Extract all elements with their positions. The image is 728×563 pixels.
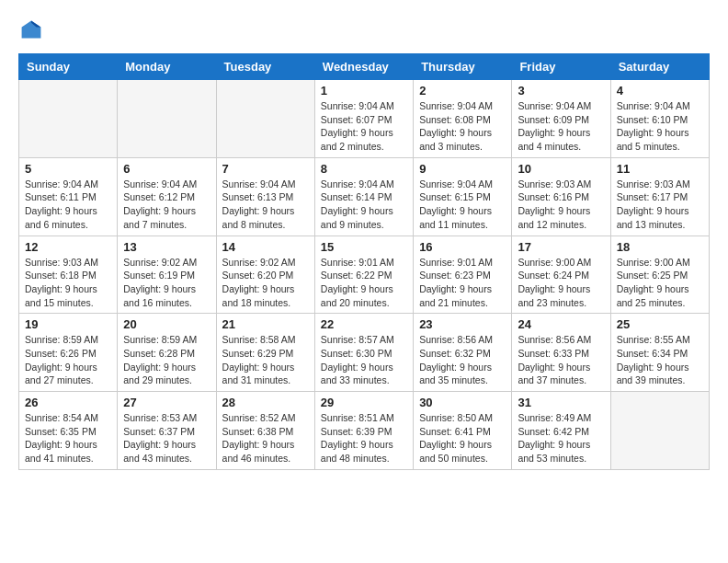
day-number: 2 [419, 84, 506, 98]
day-number: 15 [321, 240, 407, 254]
calendar-day-cell: 24Sunrise: 8:56 AM Sunset: 6:33 PM Dayli… [512, 314, 610, 392]
calendar-header-row: SundayMondayTuesdayWednesdayThursdayFrid… [19, 54, 710, 80]
calendar-day-cell [118, 80, 216, 158]
calendar-day-cell: 12Sunrise: 9:03 AM Sunset: 6:18 PM Dayli… [19, 236, 118, 314]
calendar-day-cell: 20Sunrise: 8:59 AM Sunset: 6:28 PM Dayli… [118, 314, 216, 392]
day-info: Sunrise: 9:04 AM Sunset: 6:12 PM Dayligh… [123, 178, 210, 232]
weekday-header: Thursday [414, 54, 512, 80]
day-info: Sunrise: 8:56 AM Sunset: 6:32 PM Dayligh… [419, 333, 506, 387]
day-number: 13 [123, 240, 210, 254]
calendar-week-row: 26Sunrise: 8:54 AM Sunset: 6:35 PM Dayli… [19, 392, 710, 470]
day-number: 31 [518, 396, 604, 409]
calendar-day-cell: 26Sunrise: 8:54 AM Sunset: 6:35 PM Dayli… [19, 392, 118, 470]
day-number: 20 [123, 317, 210, 331]
weekday-header: Wednesday [314, 54, 413, 80]
calendar-day-cell: 11Sunrise: 9:03 AM Sunset: 6:17 PM Dayli… [610, 157, 709, 236]
day-info: Sunrise: 9:03 AM Sunset: 6:17 PM Dayligh… [617, 178, 703, 232]
day-info: Sunrise: 9:02 AM Sunset: 6:20 PM Dayligh… [222, 256, 309, 310]
calendar-day-cell [610, 392, 709, 470]
calendar-day-cell: 22Sunrise: 8:57 AM Sunset: 6:30 PM Dayli… [314, 314, 413, 392]
day-info: Sunrise: 8:52 AM Sunset: 6:38 PM Dayligh… [222, 411, 309, 465]
day-info: Sunrise: 8:57 AM Sunset: 6:30 PM Dayligh… [321, 333, 407, 387]
calendar-day-cell: 28Sunrise: 8:52 AM Sunset: 6:38 PM Dayli… [216, 392, 314, 470]
day-info: Sunrise: 9:03 AM Sunset: 6:18 PM Dayligh… [25, 256, 111, 310]
day-info: Sunrise: 8:50 AM Sunset: 6:41 PM Dayligh… [419, 411, 506, 465]
day-number: 21 [222, 317, 309, 331]
day-number: 6 [123, 162, 210, 176]
day-number: 16 [419, 240, 506, 254]
day-number: 7 [222, 162, 309, 176]
day-info: Sunrise: 9:04 AM Sunset: 6:13 PM Dayligh… [222, 178, 309, 232]
day-number: 24 [518, 317, 604, 331]
calendar-day-cell: 10Sunrise: 9:03 AM Sunset: 6:16 PM Dayli… [512, 157, 610, 236]
day-number: 22 [321, 317, 407, 331]
calendar-day-cell: 27Sunrise: 8:53 AM Sunset: 6:37 PM Dayli… [118, 392, 216, 470]
day-info: Sunrise: 9:04 AM Sunset: 6:09 PM Dayligh… [518, 99, 604, 154]
day-number: 11 [617, 162, 703, 176]
day-number: 29 [321, 396, 407, 409]
day-info: Sunrise: 9:03 AM Sunset: 6:16 PM Dayligh… [518, 178, 604, 232]
day-number: 27 [123, 396, 210, 409]
day-number: 17 [518, 240, 604, 254]
calendar-day-cell: 1Sunrise: 9:04 AM Sunset: 6:07 PM Daylig… [314, 80, 413, 158]
day-info: Sunrise: 8:58 AM Sunset: 6:29 PM Dayligh… [222, 333, 309, 387]
calendar-day-cell: 23Sunrise: 8:56 AM Sunset: 6:32 PM Dayli… [414, 314, 512, 392]
calendar-day-cell: 25Sunrise: 8:55 AM Sunset: 6:34 PM Dayli… [610, 314, 709, 392]
calendar-day-cell: 17Sunrise: 9:00 AM Sunset: 6:24 PM Dayli… [512, 236, 610, 314]
calendar-day-cell: 5Sunrise: 9:04 AM Sunset: 6:11 PM Daylig… [19, 157, 118, 236]
day-number: 8 [321, 162, 407, 176]
day-info: Sunrise: 9:04 AM Sunset: 6:11 PM Dayligh… [25, 178, 111, 232]
weekday-header: Saturday [610, 54, 709, 80]
day-number: 14 [222, 240, 309, 254]
day-info: Sunrise: 9:01 AM Sunset: 6:22 PM Dayligh… [321, 256, 407, 310]
day-info: Sunrise: 9:04 AM Sunset: 6:14 PM Dayligh… [321, 178, 407, 232]
calendar-day-cell: 29Sunrise: 8:51 AM Sunset: 6:39 PM Dayli… [314, 392, 413, 470]
day-number: 4 [617, 84, 703, 98]
calendar-day-cell: 6Sunrise: 9:04 AM Sunset: 6:12 PM Daylig… [118, 157, 216, 236]
day-number: 19 [25, 317, 111, 331]
day-info: Sunrise: 8:53 AM Sunset: 6:37 PM Dayligh… [123, 411, 210, 465]
calendar-day-cell: 2Sunrise: 9:04 AM Sunset: 6:08 PM Daylig… [414, 80, 512, 158]
day-number: 23 [419, 317, 506, 331]
calendar-day-cell: 18Sunrise: 9:00 AM Sunset: 6:25 PM Dayli… [610, 236, 709, 314]
logo [18, 18, 42, 44]
day-number: 28 [222, 396, 309, 409]
day-info: Sunrise: 8:59 AM Sunset: 6:28 PM Dayligh… [123, 333, 210, 387]
day-number: 5 [25, 162, 111, 176]
calendar-day-cell: 15Sunrise: 9:01 AM Sunset: 6:22 PM Dayli… [314, 236, 413, 314]
weekday-header: Friday [512, 54, 610, 80]
day-number: 12 [25, 240, 111, 254]
day-number: 18 [617, 240, 703, 254]
calendar-day-cell: 19Sunrise: 8:59 AM Sunset: 6:26 PM Dayli… [19, 314, 118, 392]
calendar-week-row: 1Sunrise: 9:04 AM Sunset: 6:07 PM Daylig… [19, 80, 710, 158]
day-number: 26 [25, 396, 111, 409]
calendar-day-cell: 4Sunrise: 9:04 AM Sunset: 6:10 PM Daylig… [610, 80, 709, 158]
day-info: Sunrise: 9:04 AM Sunset: 6:07 PM Dayligh… [321, 99, 407, 154]
day-info: Sunrise: 8:55 AM Sunset: 6:34 PM Dayligh… [617, 333, 703, 387]
day-number: 1 [321, 84, 407, 98]
day-info: Sunrise: 8:56 AM Sunset: 6:33 PM Dayligh… [518, 333, 604, 387]
calendar-week-row: 5Sunrise: 9:04 AM Sunset: 6:11 PM Daylig… [19, 157, 710, 236]
day-info: Sunrise: 9:02 AM Sunset: 6:19 PM Dayligh… [123, 256, 210, 310]
day-info: Sunrise: 9:04 AM Sunset: 6:08 PM Dayligh… [419, 99, 506, 154]
day-number: 25 [617, 317, 703, 331]
logo-icon [20, 18, 42, 40]
day-number: 30 [419, 396, 506, 409]
calendar-week-row: 19Sunrise: 8:59 AM Sunset: 6:26 PM Dayli… [19, 314, 710, 392]
calendar-day-cell: 3Sunrise: 9:04 AM Sunset: 6:09 PM Daylig… [512, 80, 610, 158]
header [18, 18, 710, 44]
calendar: SundayMondayTuesdayWednesdayThursdayFrid… [18, 53, 710, 470]
calendar-week-row: 12Sunrise: 9:03 AM Sunset: 6:18 PM Dayli… [19, 236, 710, 314]
day-info: Sunrise: 8:54 AM Sunset: 6:35 PM Dayligh… [25, 411, 111, 465]
day-number: 10 [518, 162, 604, 176]
calendar-day-cell [19, 80, 118, 158]
weekday-header: Tuesday [216, 54, 314, 80]
weekday-header: Monday [118, 54, 216, 80]
calendar-day-cell: 31Sunrise: 8:49 AM Sunset: 6:42 PM Dayli… [512, 392, 610, 470]
weekday-header: Sunday [19, 54, 118, 80]
day-info: Sunrise: 9:00 AM Sunset: 6:24 PM Dayligh… [518, 256, 604, 310]
calendar-day-cell: 30Sunrise: 8:50 AM Sunset: 6:41 PM Dayli… [414, 392, 512, 470]
day-info: Sunrise: 9:01 AM Sunset: 6:23 PM Dayligh… [419, 256, 506, 310]
calendar-day-cell: 16Sunrise: 9:01 AM Sunset: 6:23 PM Dayli… [414, 236, 512, 314]
day-info: Sunrise: 8:51 AM Sunset: 6:39 PM Dayligh… [321, 411, 407, 465]
